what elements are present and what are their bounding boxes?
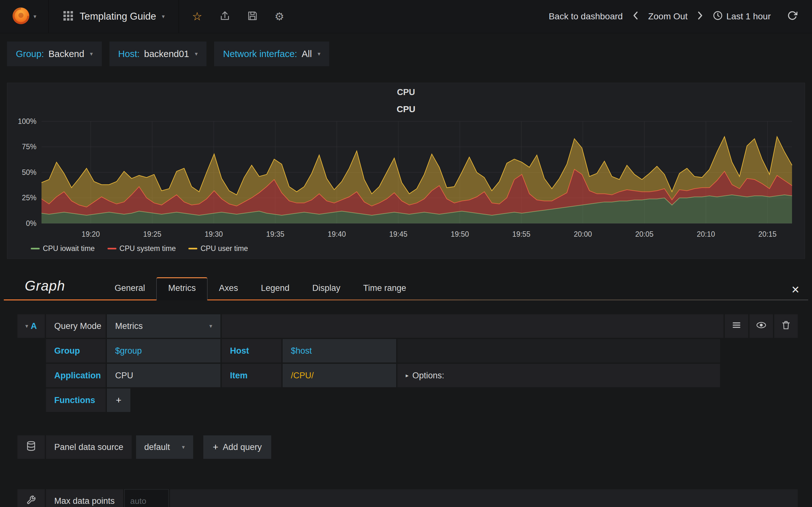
tab-axes[interactable]: Axes <box>207 278 249 299</box>
tab-display[interactable]: Display <box>301 278 352 299</box>
datasource-select[interactable]: default ▾ <box>136 435 193 459</box>
query-collapse-toggle[interactable]: ▾ A <box>17 314 45 338</box>
item-field-input[interactable]: /CPU/ <box>283 364 396 387</box>
variable-dropdown-network-interface[interactable]: Network interface: All ▾ <box>214 42 329 66</box>
editor-tabs: General Metrics Axes Legend Display Time… <box>103 277 417 299</box>
dashboard-title-button[interactable]: Templating Guide ▾ <box>49 0 179 33</box>
svg-text:20:10: 20:10 <box>697 230 715 238</box>
query-editor: ▾ A Query Mode Metrics ▾ <box>17 314 798 412</box>
application-field-value: CPU <box>115 371 133 381</box>
star-dashboard-button[interactable]: ☆ <box>183 10 211 23</box>
refresh-button[interactable] <box>776 10 801 23</box>
svg-text:19:35: 19:35 <box>266 230 284 238</box>
query-row-group-host: Group $group Host $host <box>46 339 720 362</box>
query-delete-button[interactable] <box>774 314 798 338</box>
plus-icon: + <box>116 395 121 406</box>
legend-item[interactable]: CPU system time <box>107 244 176 253</box>
datasource-value: default <box>144 442 170 452</box>
caret-right-icon: ▸ <box>406 372 409 379</box>
legend-label: CPU iowait time <box>43 244 95 253</box>
svg-text:0%: 0% <box>26 219 37 228</box>
legend-item[interactable]: CPU iowait time <box>31 244 95 253</box>
tab-metrics[interactable]: Metrics <box>156 277 207 300</box>
host-field-value: $host <box>291 346 312 356</box>
svg-text:25%: 25% <box>22 193 37 202</box>
panel-title[interactable]: CPU <box>7 83 805 99</box>
group-field-input[interactable]: $group <box>107 339 220 362</box>
add-function-button[interactable]: + <box>107 389 131 412</box>
legend-item[interactable]: CPU user time <box>189 244 248 253</box>
time-shift-left-button[interactable] <box>628 11 642 22</box>
variable-value: Backend <box>49 49 84 59</box>
time-shift-right-button[interactable] <box>693 11 707 22</box>
svg-text:20:15: 20:15 <box>758 230 776 238</box>
zoom-out-button[interactable]: Zoom Out <box>642 11 693 21</box>
variable-dropdown-host[interactable]: Host: backend01 ▾ <box>109 42 207 66</box>
tab-legend[interactable]: Legend <box>249 278 301 299</box>
svg-text:20:05: 20:05 <box>635 230 653 238</box>
variable-label: Group: <box>16 49 44 59</box>
svg-text:75%: 75% <box>22 143 37 151</box>
query-row-application-item: Application CPU Item /CPU/ ▸ Options: <box>46 364 720 387</box>
legend-swatch <box>189 248 197 249</box>
star-icon: ☆ <box>192 10 202 23</box>
chevron-left-icon <box>633 11 638 22</box>
query-ref-letter: A <box>31 321 37 331</box>
save-icon <box>247 11 258 22</box>
query-toggle-visibility-button[interactable] <box>750 314 773 338</box>
save-dashboard-button[interactable] <box>239 11 266 22</box>
advanced-options-icon-cell <box>17 489 45 507</box>
caret-down-icon: ▾ <box>182 444 185 450</box>
group-field-label: Group <box>46 339 106 362</box>
query-mode-value: Metrics <box>115 321 143 331</box>
refresh-icon <box>787 10 798 23</box>
editor-header: Graph General Metrics Axes Legend Displa… <box>4 277 808 300</box>
svg-text:19:30: 19:30 <box>205 230 223 238</box>
dashboard-title: Templating Guide <box>80 11 156 22</box>
panel-type-label: Graph <box>25 278 103 299</box>
legend-label: CPU system time <box>119 244 176 253</box>
graph-title: CPU <box>7 99 805 116</box>
settings-button[interactable]: ⚙ <box>266 10 293 23</box>
gear-icon: ⚙ <box>275 10 284 23</box>
legend-swatch <box>107 248 116 249</box>
tab-general[interactable]: General <box>103 278 156 299</box>
max-data-points-input[interactable] <box>124 489 169 507</box>
query-mode-select[interactable]: Metrics ▾ <box>107 314 220 338</box>
variable-dropdown-group[interactable]: Group: Backend ▾ <box>7 42 102 66</box>
chart-area[interactable]: 0%25%50%75%100%19:2019:2519:3019:3519:40… <box>7 116 805 243</box>
close-editor-button[interactable]: × <box>782 283 808 299</box>
variable-label: Network interface: <box>223 49 297 59</box>
back-to-dashboard-button[interactable]: Back to dashboard <box>543 11 629 21</box>
svg-text:19:25: 19:25 <box>143 230 161 238</box>
query-row-spacer <box>397 339 720 362</box>
group-field-value: $group <box>115 346 142 356</box>
time-range-picker-button[interactable]: Last 1 hour <box>707 11 776 22</box>
functions-label: Functions <box>46 389 106 412</box>
query-menu-button[interactable] <box>725 314 748 338</box>
menu-icon <box>732 321 741 331</box>
template-variables-row: Group: Backend ▾ Host: backend01 ▾ Netwo… <box>0 33 812 74</box>
options-toggle[interactable]: ▸ Options: <box>397 364 720 387</box>
share-dashboard-button[interactable] <box>211 10 239 22</box>
tab-time-range[interactable]: Time range <box>352 278 418 299</box>
top-navbar: ▾ Templating Guide ▾ ☆ <box>0 0 812 33</box>
wrench-icon <box>26 495 36 507</box>
variable-value: All <box>302 49 312 59</box>
application-field-input[interactable]: CPU <box>107 364 220 387</box>
cpu-graph-panel: CPU CPU 0%25%50%75%100%19:2019:2519:3019… <box>7 83 805 259</box>
grafana-logo-button[interactable]: ▾ <box>0 0 49 33</box>
add-query-button[interactable]: + Add query <box>203 435 271 459</box>
caret-down-icon: ▾ <box>209 323 212 329</box>
svg-text:100%: 100% <box>18 117 37 125</box>
svg-text:50%: 50% <box>22 168 37 176</box>
svg-text:19:50: 19:50 <box>451 230 469 238</box>
grafana-logo-icon <box>12 7 30 26</box>
query-row-functions: Functions + <box>46 389 798 412</box>
trash-icon <box>782 321 790 332</box>
max-data-points-label: Max data points <box>46 489 123 507</box>
max-data-points-row: Max data points <box>17 489 798 507</box>
legend-swatch <box>31 248 40 249</box>
variable-value: backend01 <box>144 49 189 59</box>
host-field-input[interactable]: $host <box>283 339 396 362</box>
